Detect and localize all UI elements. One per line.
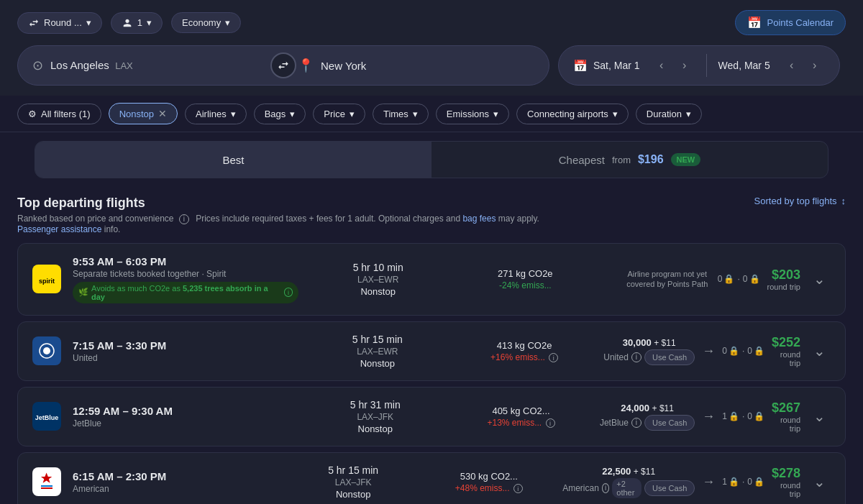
- airlines-chip[interactable]: Airlines ▾: [185, 104, 247, 124]
- flight-emissions-american: 530 kg CO2... +48% emiss... i: [427, 471, 552, 494]
- points-count-jetblue: 1: [722, 411, 727, 421]
- arrow-icon-united: →: [702, 344, 715, 359]
- cheapest-price: $196: [638, 153, 664, 166]
- emissions-kg-spirit: 271 kg CO2e: [457, 268, 593, 279]
- cabin-selector[interactable]: Economy ▾: [171, 12, 241, 33]
- airline-logo-spirit: spirit: [32, 265, 61, 293]
- arrow-icon-american: →: [702, 475, 715, 490]
- svg-point-4: [43, 347, 50, 354]
- price-block-united: $252 round trip: [772, 335, 800, 367]
- calendar-start-icon: 📅: [573, 59, 588, 73]
- nonstop-chip[interactable]: Nonstop ✕: [109, 103, 178, 124]
- duration-text-spirit: 5 hr 10 min: [310, 262, 446, 273]
- airline-row-american: American i +2 other Use Cash: [562, 478, 695, 498]
- dest-location-icon: 📍: [298, 58, 314, 73]
- cheapest-from-label: from: [612, 155, 631, 165]
- use-cash-american[interactable]: Use Cash: [644, 480, 695, 496]
- start-date-field[interactable]: 📅 Sat, Mar 1: [573, 59, 640, 73]
- sort-arrow-icon: ↕: [841, 196, 846, 206]
- points-group-united: 30,000 + $11 United i Use Cash: [603, 337, 695, 365]
- other-airlines-badge: +2 other: [612, 478, 641, 498]
- filter-bar: ⚙ All filters (1) Nonstop ✕ Airlines ▾ B…: [0, 96, 863, 132]
- points-calendar-button[interactable]: 📅 Points Calendar: [735, 10, 846, 35]
- tab-best[interactable]: Best: [35, 142, 432, 178]
- price-sub-american: round trip: [772, 481, 800, 498]
- nonstop-united: Nonstop: [310, 358, 445, 369]
- date-fields: 📅 Sat, Mar 1 ‹ › Wed, Mar 5 ‹ ›: [558, 45, 840, 86]
- nonstop-label: Nonstop: [119, 109, 154, 119]
- flight-card-united[interactable]: 7:15 AM – 3:30 PM United 5 hr 15 min LAX…: [17, 321, 846, 381]
- all-filters-chip[interactable]: ⚙ All filters (1): [17, 104, 101, 124]
- points-count-2-united: 0: [747, 346, 752, 356]
- flights-section: Top departing flights Ranked based on pr…: [0, 184, 863, 504]
- bag-fees-link[interactable]: bag fees: [462, 214, 496, 224]
- price-spirit: $203: [767, 267, 800, 283]
- end-date-field[interactable]: Wed, Mar 5: [718, 60, 770, 71]
- lock-icons-spirit: 0 🔒 · 0 🔒: [718, 274, 760, 284]
- end-date-prev[interactable]: ‹: [782, 55, 802, 75]
- airlines-label: Airlines: [196, 109, 227, 119]
- trip-type-selector[interactable]: Round ... ▾: [17, 12, 102, 34]
- price-chip[interactable]: Price ▾: [313, 104, 365, 124]
- expand-btn-spirit[interactable]: ⌄: [808, 267, 831, 290]
- flight-card-american[interactable]: 6:15 AM – 2:30 PM American 5 hr 15 min L…: [17, 452, 846, 504]
- origin-field[interactable]: ⊙ Los Angeles LAX: [18, 46, 283, 85]
- duration-chip[interactable]: Duration ▾: [636, 104, 702, 124]
- end-date-nav: ‹ ›: [782, 55, 825, 75]
- connecting-airports-chip[interactable]: Connecting airports ▾: [516, 104, 629, 124]
- nonstop-jetblue: Nonstop: [308, 423, 442, 434]
- eco-badge-spirit: 🌿 Avoids as much CO2e as 5,235 trees abs…: [73, 282, 298, 303]
- origin-code: LAX: [115, 60, 133, 71]
- bags-chip[interactable]: Bags ▾: [254, 104, 306, 124]
- emissions-kg-american: 530 kg CO2...: [427, 471, 552, 482]
- route-american: LAX–JFK: [291, 477, 416, 487]
- flight-duration-spirit: 5 hr 10 min LAX–EWR Nonstop: [310, 262, 446, 297]
- start-date-nav: ‹ ›: [652, 55, 695, 75]
- start-date-prev[interactable]: ‹: [652, 55, 672, 75]
- connecting-airports-chevron-icon: ▾: [613, 109, 618, 119]
- origin-city: Los Angeles: [50, 59, 109, 71]
- passengers-selector[interactable]: 1 ▾: [111, 12, 163, 34]
- emissions-pct-american: +48% emiss... i: [427, 483, 552, 494]
- swap-button[interactable]: [270, 52, 296, 78]
- bags-chevron-icon: ▾: [290, 109, 295, 119]
- use-cash-united[interactable]: Use Cash: [644, 349, 695, 365]
- flight-main-american: 6:15 AM – 2:30 PM American: [73, 470, 280, 494]
- duration-text-united: 5 hr 15 min: [310, 334, 445, 345]
- flight-airline-jetblue: JetBlue: [73, 418, 296, 429]
- origin-location-icon: ⊙: [32, 58, 43, 73]
- destination-field[interactable]: 📍 New York: [283, 46, 549, 85]
- emissions-chip[interactable]: Emissions ▾: [436, 104, 509, 124]
- flight-card-jetblue[interactable]: JetBlue 12:59 AM – 9:30 AM JetBlue 5 hr …: [17, 387, 846, 446]
- expand-btn-jetblue[interactable]: ⌄: [808, 405, 831, 428]
- airline-info-icon-united: i: [631, 352, 641, 362]
- nonstop-close-icon[interactable]: ✕: [158, 108, 167, 119]
- lock-icon-united: 🔒: [729, 346, 739, 356]
- trip-type-label: Round ...: [44, 17, 82, 28]
- duration-label: Duration: [647, 109, 682, 119]
- airline-logo-jetblue: JetBlue: [32, 402, 61, 431]
- svg-rect-7: [34, 469, 60, 495]
- flight-card-spirit[interactable]: spirit 9:53 AM – 6:03 PM Separate ticket…: [17, 243, 846, 316]
- emissions-info-american: i: [513, 484, 523, 493]
- end-date-next[interactable]: ›: [805, 55, 825, 75]
- sorted-by-button[interactable]: Sorted by top flights ↕: [754, 196, 846, 206]
- points-count-2-american: 0: [747, 477, 752, 487]
- tab-cheapest[interactable]: Cheapest from $196 NEW: [432, 142, 828, 178]
- expand-btn-united[interactable]: ⌄: [808, 339, 831, 362]
- start-date-next[interactable]: ›: [675, 55, 695, 75]
- use-cash-jetblue[interactable]: Use Cash: [644, 415, 695, 431]
- cabin-label: Economy: [182, 17, 221, 28]
- flight-airline-spirit: Separate tickets booked together · Spiri…: [73, 269, 298, 279]
- expand-btn-american[interactable]: ⌄: [808, 470, 831, 493]
- flight-main-jetblue: 12:59 AM – 9:30 AM JetBlue: [73, 405, 296, 429]
- lock-icon-1-spirit: 🔒: [723, 274, 734, 284]
- emissions-label: Emissions: [447, 109, 489, 119]
- flight-times-united: 7:15 AM – 3:30 PM: [73, 339, 298, 352]
- times-chevron-icon: ▾: [413, 109, 418, 119]
- ranked-text: Ranked based on price and convenience: [17, 214, 174, 224]
- times-chip[interactable]: Times ▾: [373, 104, 429, 124]
- route-united: LAX–EWR: [310, 347, 445, 357]
- duration-text-jetblue: 5 hr 31 min: [308, 399, 442, 411]
- passenger-assistance-link[interactable]: Passenger assistance: [17, 224, 101, 234]
